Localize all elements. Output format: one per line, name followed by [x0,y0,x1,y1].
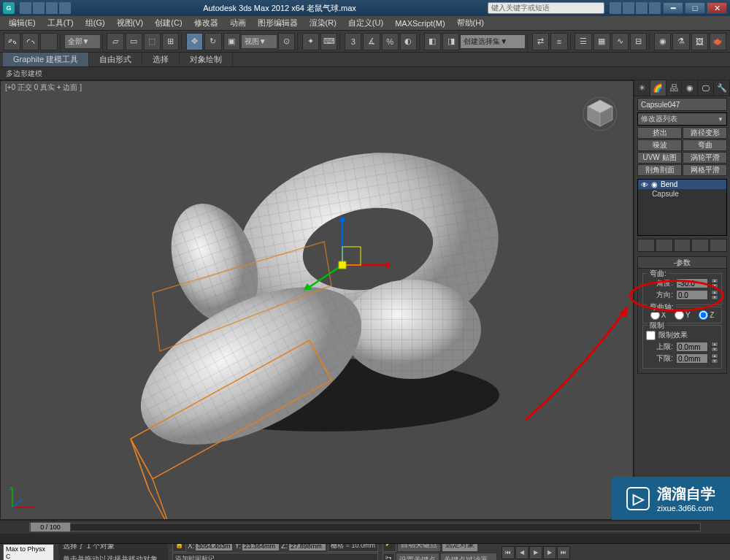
goto-start-icon[interactable]: ⏮ [502,546,515,559]
viewcube-icon[interactable] [582,96,618,132]
button-bevel[interactable]: 剖角剖面 [637,164,682,176]
menu-group[interactable]: 组(G) [80,16,111,30]
qat-redo-icon[interactable] [59,2,71,14]
button-turbosmooth[interactable]: 涡轮平滑 [683,152,727,164]
object-name-field[interactable]: Capsule047 [637,98,727,111]
axis-y-radio[interactable]: Y [675,310,691,320]
time-slider[interactable]: 0 / 100 [0,521,730,534]
stack-item-bend[interactable]: 👁 ◉ Bend [638,180,726,189]
keyboard-shortcut-icon[interactable]: ⌨ [320,33,337,50]
button-uvwmap[interactable]: UVW 贴图 [637,152,682,164]
move-icon[interactable]: ✥ [186,33,203,50]
percent-snap-icon[interactable]: % [382,33,399,50]
named-selection-dropdown[interactable]: 创建选择集 ▼ [460,34,526,49]
direction-spinner[interactable]: 0.0 [676,290,708,300]
make-unique-icon[interactable] [674,239,691,252]
lower-spinner[interactable]: 0.0mm [676,353,708,364]
render-setup-icon[interactable]: ⚗ [672,33,689,50]
refcoord-dropdown[interactable]: 视图 ▼ [241,34,277,49]
dir-down-icon[interactable]: ▼ [711,295,718,300]
button-noise[interactable]: 噪波 [637,139,682,151]
maxscript-listener[interactable]: Max to Physx C [3,544,54,561]
material-editor-icon[interactable]: ◉ [654,33,671,50]
viewport-label[interactable]: [+0 正交 0 真实 + 边面 ] [5,83,82,93]
menu-help[interactable]: 帮助(H) [451,16,490,30]
pin-stack-icon[interactable] [637,239,655,252]
modifier-stack[interactable]: 👁 ◉ Bend Capsule [637,179,727,236]
qat-save-icon[interactable] [33,2,45,14]
motion-tab-icon[interactable]: ◉ [682,80,698,96]
show-end-icon[interactable] [656,239,673,252]
utilities-tab-icon[interactable]: 🔧 [714,80,730,96]
menu-view[interactable]: 视图(V) [111,16,150,30]
play-icon[interactable]: ▶ [529,546,542,559]
angle-up-icon[interactable]: ▲ [711,278,718,283]
unlink-icon[interactable] [22,33,39,50]
qat-undo-icon[interactable] [46,2,58,14]
dir-up-icon[interactable]: ▲ [711,290,718,295]
goto-end-icon[interactable]: ⏭ [557,546,570,559]
menu-maxscript[interactable]: MAXScript(M) [389,18,450,29]
modify-tab-icon[interactable]: 🌈 [650,80,666,96]
button-pathdeform[interactable]: 路径变形 [683,127,727,139]
align-icon[interactable]: ≡ [550,33,567,50]
button-extrude[interactable]: 挤出 [637,127,682,139]
remove-mod-icon[interactable] [691,239,709,252]
select-icon[interactable]: ▱ [107,33,123,50]
select-region-icon[interactable]: ⬚ [144,33,161,50]
help-search-input[interactable]: 键入关键字或短语 [488,2,604,14]
mirror-icon[interactable]: ⇄ [532,33,549,50]
layer-manager-icon[interactable]: ☰ [575,33,591,50]
set-key-button[interactable]: 设置关键点 [396,553,439,560]
render-frame-icon[interactable]: 🖼 [691,33,708,50]
ribbon-tab-graphite[interactable]: Graphite 建模工具 [3,53,89,66]
selection-filter-dropdown[interactable]: 全部 ▼ [64,34,101,49]
named-sel-next-icon[interactable]: ◨ [442,33,459,50]
time-slider-thumb[interactable]: 0 / 100 [30,522,71,532]
ribbon-tab-freeform[interactable]: 自由形式 [89,53,142,66]
display-tab-icon[interactable]: 🖵 [698,80,714,96]
key-filters-button[interactable]: 关键点过滤器... [440,553,497,560]
create-tab-icon[interactable]: ✳ [634,80,650,96]
select-name-icon[interactable]: ▭ [126,33,142,50]
scale-icon[interactable]: ▣ [223,33,240,50]
viewport[interactable]: [+0 正交 0 真实 + 边面 ] [0,80,634,520]
stack-item-capsule[interactable]: Capsule [638,189,726,199]
spinner-snap-icon[interactable]: ◐ [400,33,417,50]
menu-edit[interactable]: 编辑(E) [3,16,42,30]
angle-spinner[interactable]: -30.0 [676,278,708,288]
close-button[interactable]: ✕ [707,2,727,14]
menu-customize[interactable]: 自定义(U) [342,16,389,30]
menu-tools[interactable]: 工具(T) [42,16,80,30]
next-frame-icon[interactable]: ▶ [543,546,556,559]
configure-sets-icon[interactable] [710,239,727,252]
button-bend[interactable]: 弯曲 [683,139,727,151]
help-search-icon[interactable] [610,2,621,14]
ribbon-tab-paint[interactable]: 对象绘制 [180,53,233,66]
favorites-icon[interactable] [636,2,648,14]
minimize-button[interactable]: ━ [663,2,683,14]
render-icon[interactable]: 🫖 [710,33,726,50]
add-time-tag[interactable]: 添加时间标记 [172,553,378,560]
prev-frame-icon[interactable]: ◀ [515,546,529,559]
maximize-button[interactable]: □ [685,2,705,14]
menu-modifiers[interactable]: 修改器 [188,16,224,30]
pivot-icon[interactable]: ⊙ [278,33,295,50]
modifier-list-dropdown[interactable]: 修改器列表 [637,112,727,126]
bind-icon[interactable] [40,33,57,50]
rotate-icon[interactable]: ↻ [204,33,221,50]
limit-checkbox[interactable]: 限制效果 [646,330,718,340]
angle-snap-icon[interactable]: ∡ [363,33,380,50]
menu-rendering[interactable]: 渲染(R) [304,16,342,30]
snap-icon[interactable]: 3 [345,33,361,50]
signin-icon[interactable] [623,2,634,14]
ribbon-toggle-icon[interactable]: ▦ [593,33,610,50]
set-key-icon[interactable]: 🗝 [383,553,395,560]
menu-animation[interactable]: 动画 [224,16,252,30]
window-crossing-icon[interactable]: ⊞ [162,33,179,50]
qat-icon[interactable] [20,2,31,14]
link-icon[interactable] [4,33,20,50]
rollout-title[interactable]: - 参数 [638,257,726,269]
schematic-icon[interactable]: ⊟ [630,33,647,50]
menu-grapheditors[interactable]: 图形编辑器 [252,16,304,30]
